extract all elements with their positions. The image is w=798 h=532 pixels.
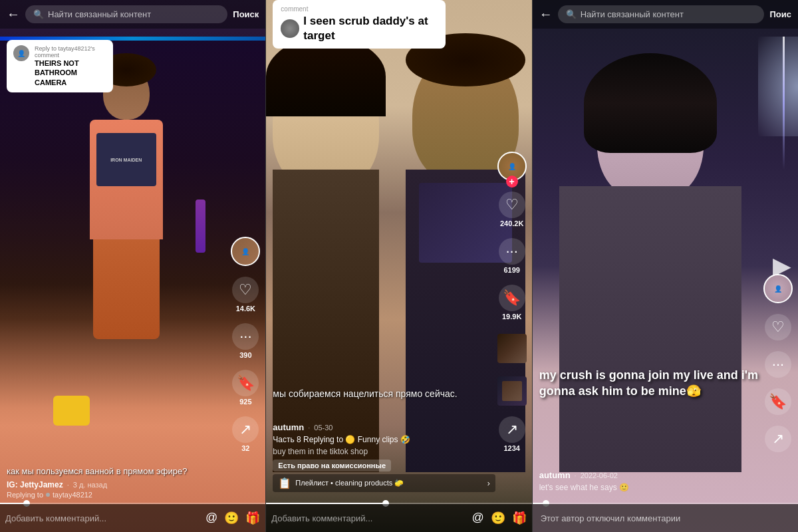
comment-bar-1: Добавить комментарий... @ 🙂 🎁 — [0, 504, 265, 532]
at-icon-2[interactable]: @ — [471, 511, 483, 525]
like-icon-2[interactable]: ♡ — [499, 192, 525, 218]
gift-icon-1[interactable]: 🎁 — [245, 511, 260, 525]
gift-icon-2[interactable]: 🎁 — [512, 511, 527, 525]
creator-avatar-3[interactable]: 👤 — [763, 274, 793, 303]
share-icon-2[interactable]: ↗ — [499, 416, 525, 443]
share-icon-1[interactable]: ↗ — [232, 416, 259, 443]
follow-plus-btn[interactable]: + — [506, 176, 518, 188]
playlist-icon-2: 📋 — [278, 477, 291, 489]
share-item-3[interactable]: ↗ — [765, 426, 791, 452]
creator-avatar-1[interactable]: 👤 — [231, 237, 260, 266]
share-item-1[interactable]: ↗ 32 — [232, 416, 259, 452]
search-button-1[interactable]: Поиск — [233, 9, 259, 19]
like-item-2[interactable]: ♡ 240.2K — [499, 192, 525, 227]
album-cover-1 — [497, 334, 527, 363]
avatar-item-1[interactable]: 👤 — [231, 237, 260, 266]
replying-to-1: Replying to taytay48212 — [7, 491, 229, 499]
share-count-2: 1234 — [503, 444, 519, 452]
like-icon-3[interactable]: ♡ — [765, 314, 791, 340]
bookmark-icon-1[interactable]: 🔖 — [232, 370, 259, 396]
back-button-1[interactable]: ← — [7, 7, 20, 22]
emoji-icon-2[interactable]: 🙂 — [491, 511, 505, 525]
buy-text-2: buy them in the tiktok shop — [273, 447, 495, 456]
share-item-2[interactable]: ↗ 1234 — [499, 416, 525, 452]
comment-icon-1[interactable]: ··· — [232, 323, 259, 350]
like-icon-1[interactable]: ♡ — [232, 277, 259, 303]
panel-2: comment I seen scrub daddy's at target 👤… — [266, 0, 531, 532]
comment-item-2[interactable]: ··· 6199 — [499, 238, 525, 274]
author-dot-2: · — [308, 424, 310, 432]
comment-count-2: 6199 — [503, 266, 519, 274]
search-input-wrap-1[interactable]: 🔍 Найти связанный контент — [25, 5, 227, 23]
comment-icons-1: @ 🙂 🎁 — [205, 511, 260, 525]
search-icon-3: 🔍 — [566, 9, 577, 19]
comment-item-3[interactable]: ··· — [765, 351, 791, 378]
like-item-3[interactable]: ♡ — [765, 314, 791, 340]
comment-bubble-2: comment I seen scrub daddy's at target — [273, 0, 446, 49]
avatar-item-2[interactable]: 👤 + — [497, 152, 527, 181]
comment-label-1: Reply to taytay48212's comment — [35, 45, 106, 59]
person-shirt: IRON MAIDEN — [90, 120, 163, 239]
author-date-3: 2022-06-02 — [581, 471, 618, 479]
video-author-1: IG: JettyJamez — [7, 480, 63, 489]
author-dot-3: · — [575, 471, 577, 479]
action-buttons-1: 👤 ♡ 14.6K ··· 390 🔖 925 ↗ 32 — [231, 237, 260, 452]
comment-text-2: I seen scrub daddy's at target — [303, 14, 438, 43]
comment-icon-2[interactable]: ··· — [499, 238, 525, 265]
emoji-icon-1[interactable]: 🙂 — [224, 511, 239, 525]
comment-label-2: comment — [281, 5, 438, 13]
playlist-row-2[interactable]: 📋 Плейлист • cleaning products 🧽 › — [273, 474, 495, 492]
at-icon-1[interactable]: @ — [205, 511, 217, 525]
tag-pill-2[interactable]: Есть право на комиссионные — [273, 460, 391, 471]
comment-bar-2: Добавить комментарий... @ 🙂 🎁 — [266, 504, 531, 532]
album-cover-2 — [497, 376, 527, 406]
shirt-graphic: IRON MAIDEN — [96, 133, 156, 186]
person-pants — [93, 239, 160, 339]
avatar-item-3[interactable]: 👤 — [763, 274, 793, 303]
search-button-3[interactable]: Поис — [769, 9, 791, 19]
video-info-1: как мы пользуемся ванной в прямом эфире?… — [7, 466, 229, 499]
comment-icon-3[interactable]: ··· — [765, 351, 791, 378]
comment-icons-2: @ 🙂 🎁 — [471, 511, 526, 525]
like-item-1[interactable]: ♡ 14.6K — [232, 277, 259, 313]
person-figure: IRON MAIDEN — [40, 66, 212, 466]
bookmark-item-3[interactable]: 🔖 — [765, 388, 791, 415]
disabled-comments-bar: Этот автор отключил комментарии — [533, 504, 798, 532]
bookmark-icon-3[interactable]: 🔖 — [765, 388, 791, 415]
author-row-2: autumn · 05-30 — [273, 422, 495, 432]
bookmark-icon-2[interactable]: 🔖 — [499, 285, 525, 311]
part-text-2: Часть 8 Replying to 🟡 Funny clips 🤣 — [273, 435, 495, 444]
search-input-wrap-3[interactable]: 🔍 Найти связанный контент — [558, 5, 765, 23]
bookmark-item-1[interactable]: 🔖 925 — [232, 370, 259, 406]
panel-1: IRON MAIDEN ← 🔍 Найти связанный контент … — [0, 0, 265, 532]
video-date-val-1: 3 д. назад — [73, 481, 107, 489]
comment-avatar-1: 👤 — [13, 45, 29, 61]
panel2-info: autumn · 05-30 Часть 8 Replying to 🟡 Fun… — [273, 422, 495, 492]
bookmark-count-1: 925 — [239, 398, 251, 406]
replying-dot-1 — [46, 493, 50, 497]
comment-item-1[interactable]: ··· 390 — [232, 323, 259, 359]
share-count-1: 32 — [241, 444, 249, 452]
panel3-info: autumn · 2022-06-02 let's see what he sa… — [539, 470, 761, 492]
video-caption-1: как мы пользуемся ванной в прямом эфире? — [7, 466, 229, 477]
panel3-caption: my crush is gonna join my live and i'm g… — [539, 368, 761, 399]
search-bar-3: ← 🔍 Найти связанный контент Поис — [533, 0, 798, 29]
like-count-1: 14.6K — [236, 305, 255, 313]
hair-3 — [584, 53, 717, 153]
creator-avatar-2[interactable]: 👤 + — [497, 152, 527, 181]
search-bar-1: ← 🔍 Найти связанный контент Поиск — [0, 0, 265, 29]
face-3 — [597, 66, 704, 200]
body-3 — [559, 186, 741, 472]
share-icon-3[interactable]: ↗ — [765, 426, 791, 452]
yellow-sponge — [53, 396, 90, 426]
comment-input-2[interactable]: Добавить комментарий... — [271, 513, 464, 523]
light-effect-3 — [758, 37, 798, 136]
author-name-3: autumn — [539, 470, 571, 480]
subtitle-3: let's see what he says 🙂 — [539, 483, 761, 492]
author-row-3: autumn · 2022-06-02 — [539, 470, 761, 480]
author-date-2: 05-30 — [314, 424, 332, 432]
bookmark-item-2[interactable]: 🔖 19.9K — [499, 285, 525, 321]
back-button-3[interactable]: ← — [539, 7, 553, 22]
comment-count-1: 390 — [239, 351, 251, 359]
comment-input-1[interactable]: Добавить комментарий... — [5, 513, 198, 523]
